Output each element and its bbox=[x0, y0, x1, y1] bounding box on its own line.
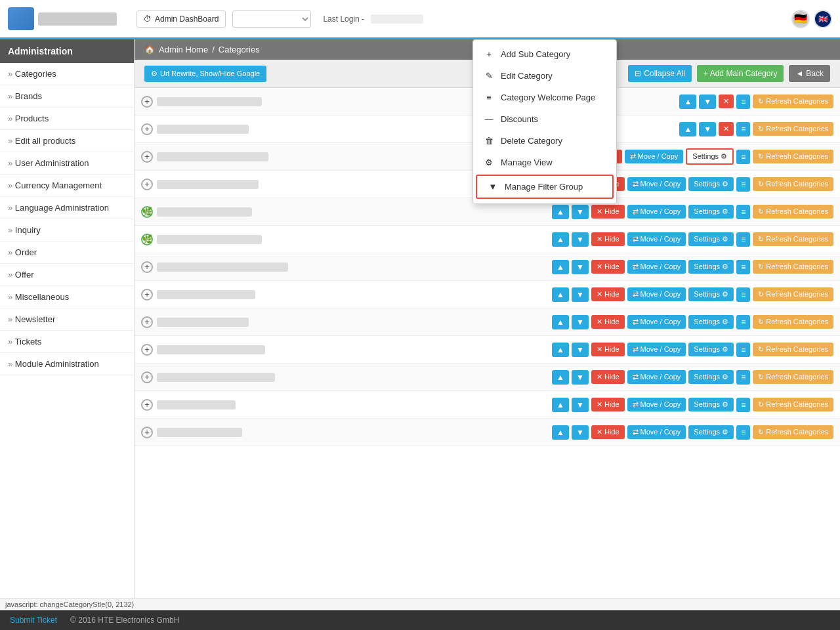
sidebar-item-tickets[interactable]: Tickets bbox=[0, 331, 134, 353]
settings-button[interactable]: Settings ⚙ bbox=[688, 370, 734, 384]
list-button[interactable]: ≡ bbox=[736, 343, 750, 357]
admin-dashboard-button[interactable]: ⏱ Admin DashBoard bbox=[136, 10, 226, 28]
settings-button[interactable]: Settings ⚙ bbox=[688, 232, 734, 246]
list-button[interactable]: ≡ bbox=[736, 398, 750, 412]
move-up-button[interactable]: ▲ bbox=[552, 205, 569, 219]
settings-button[interactable]: Settings ⚙ bbox=[688, 398, 734, 411]
sidebar-item-edit-all-products[interactable]: Edit all products bbox=[0, 130, 134, 152]
sidebar-item-newsletter[interactable]: Newsletter bbox=[0, 308, 134, 331]
move-copy-button[interactable]: ⇄ Move / Copy bbox=[627, 205, 686, 219]
refresh-categories-button[interactable]: ↻ Refresh Categories bbox=[753, 122, 833, 136]
move-down-button[interactable]: ▼ bbox=[572, 315, 589, 329]
menu-item-manage-filter-group[interactable]: ▼ Manage Filter Group bbox=[476, 175, 614, 199]
hide-button[interactable]: ✕ Hide bbox=[591, 315, 625, 329]
move-copy-button[interactable]: ⇄ Move / Copy bbox=[627, 232, 686, 246]
move-up-button[interactable]: ▲ bbox=[552, 315, 569, 329]
expand-icon[interactable]: + bbox=[141, 261, 153, 273]
hide-button[interactable]: ✕ Hide bbox=[591, 398, 625, 411]
hide-button[interactable]: ✕ Hide bbox=[591, 343, 625, 356]
expand-icon[interactable]: + bbox=[141, 371, 153, 383]
move-down-button[interactable]: ▼ bbox=[572, 370, 589, 385]
move-down-button[interactable]: ▼ bbox=[572, 232, 589, 247]
sidebar-item-currency-management[interactable]: Currency Management bbox=[0, 175, 134, 197]
move-down-button[interactable]: ▼ bbox=[699, 122, 716, 136]
settings-button[interactable]: Settings ⚙ bbox=[688, 177, 734, 191]
move-up-button[interactable]: ▲ bbox=[552, 343, 569, 357]
hide-button[interactable]: ✕ Hide bbox=[591, 425, 625, 439]
menu-item-delete-category[interactable]: 🗑 Delete Category bbox=[473, 130, 616, 152]
hide-button[interactable]: ✕ Hide bbox=[591, 260, 625, 274]
refresh-categories-button[interactable]: ↻ Refresh Categories bbox=[753, 94, 833, 108]
sidebar-item-module-administration[interactable]: Module Administration bbox=[0, 353, 134, 375]
sidebar-item-categories[interactable]: Categories bbox=[0, 63, 134, 85]
sidebar-item-offer[interactable]: Offer bbox=[0, 264, 134, 286]
menu-item-edit-category[interactable]: ✎ Edit Category bbox=[473, 65, 616, 87]
move-down-button[interactable]: ▼ bbox=[572, 343, 589, 357]
menu-item-category-welcome-page[interactable]: ≡ Category Welcome Page bbox=[473, 87, 616, 108]
settings-button[interactable]: Settings ⚙ bbox=[688, 315, 734, 329]
settings-button[interactable]: Settings ⚙ bbox=[688, 287, 734, 301]
move-copy-button[interactable]: ⇄ Move / Copy bbox=[627, 287, 686, 301]
expand-icon[interactable]: + bbox=[141, 178, 153, 190]
sidebar-item-products[interactable]: Products bbox=[0, 108, 134, 130]
list-button[interactable]: ≡ bbox=[736, 94, 750, 109]
expand-icon[interactable]: + bbox=[141, 289, 153, 301]
sidebar-item-miscellaneous[interactable]: Miscellaneous bbox=[0, 286, 134, 308]
list-button[interactable]: ≡ bbox=[736, 425, 750, 440]
move-up-button[interactable]: ▲ bbox=[552, 370, 569, 385]
list-button[interactable]: ≡ bbox=[736, 177, 750, 192]
collapse-all-button[interactable]: ⊟ Collapse All bbox=[628, 65, 692, 82]
move-copy-button[interactable]: ⇄ Move / Copy bbox=[627, 177, 686, 191]
expand-icon[interactable]: + bbox=[141, 151, 153, 163]
move-copy-button[interactable]: ⇄ Move / Copy bbox=[627, 398, 686, 411]
move-down-button[interactable]: ▼ bbox=[572, 398, 589, 412]
move-up-button[interactable]: ▲ bbox=[552, 287, 569, 302]
submit-ticket-link[interactable]: Submit Ticket bbox=[10, 616, 57, 625]
sidebar-item-language-administration[interactable]: Language Administration bbox=[0, 197, 134, 219]
back-button[interactable]: ◄ Back bbox=[789, 65, 830, 82]
list-button[interactable]: ≡ bbox=[736, 287, 750, 302]
remove-button[interactable]: ✕ bbox=[719, 122, 734, 136]
list-button[interactable]: ≡ bbox=[736, 370, 750, 385]
move-up-button[interactable]: ▲ bbox=[679, 122, 696, 136]
store-dropdown[interactable] bbox=[232, 10, 311, 28]
refresh-categories-button[interactable]: ↻ Refresh Categories bbox=[753, 343, 833, 356]
hide-button[interactable]: ✕ Hide bbox=[591, 232, 625, 246]
refresh-categories-button[interactable]: ↻ Refresh Categories bbox=[753, 315, 833, 329]
move-down-button[interactable]: ▼ bbox=[572, 260, 589, 274]
move-down-button[interactable]: ▼ bbox=[572, 205, 589, 219]
remove-button[interactable]: ✕ bbox=[719, 94, 734, 108]
move-up-button[interactable]: ▲ bbox=[552, 398, 569, 412]
sidebar-item-brands[interactable]: Brands bbox=[0, 85, 134, 108]
expand-icon-leaf[interactable]: 🌿 bbox=[141, 234, 153, 245]
menu-item-discounts[interactable]: — Discounts bbox=[473, 108, 616, 130]
list-button[interactable]: ≡ bbox=[736, 205, 750, 219]
move-copy-button[interactable]: ⇄ Move / Copy bbox=[627, 315, 686, 329]
move-down-button[interactable]: ▼ bbox=[572, 425, 589, 440]
move-copy-button[interactable]: ⇄ Move / Copy bbox=[627, 343, 686, 356]
sidebar-item-inquiry[interactable]: Inquiry bbox=[0, 219, 134, 242]
expand-icon[interactable]: + bbox=[141, 427, 153, 438]
refresh-categories-button[interactable]: ↻ Refresh Categories bbox=[753, 370, 833, 384]
settings-button[interactable]: Settings ⚙ bbox=[688, 343, 734, 356]
expand-icon[interactable]: + bbox=[141, 123, 153, 135]
menu-item-add-sub-category[interactable]: + Add Sub Category bbox=[473, 43, 616, 65]
move-up-button[interactable]: ▲ bbox=[552, 260, 569, 274]
flag-german[interactable]: 🇩🇪 bbox=[791, 10, 810, 28]
breadcrumb-home[interactable]: Admin Home bbox=[159, 45, 208, 54]
hide-button[interactable]: ✕ Hide bbox=[591, 205, 625, 219]
url-rewrite-button[interactable]: ⚙ Url Rewrite, Show/Hide Google bbox=[144, 66, 266, 82]
sidebar-item-order[interactable]: Order bbox=[0, 242, 134, 264]
move-copy-button[interactable]: ⇄ Move / Copy bbox=[627, 370, 686, 384]
flag-uk[interactable]: 🇬🇧 bbox=[814, 10, 832, 28]
settings-button[interactable]: Settings ⚙ bbox=[688, 425, 734, 439]
settings-button-highlighted[interactable]: Settings ⚙ bbox=[686, 148, 734, 165]
expand-icon-leaf[interactable]: 🌿 bbox=[141, 206, 153, 218]
list-button[interactable]: ≡ bbox=[736, 260, 750, 274]
expand-icon[interactable]: + bbox=[141, 399, 153, 411]
hide-button[interactable]: ✕ Hide bbox=[591, 287, 625, 301]
settings-button[interactable]: Settings ⚙ bbox=[688, 260, 734, 274]
move-down-button[interactable]: ▼ bbox=[699, 94, 716, 109]
move-copy-button[interactable]: ⇄ Move / Copy bbox=[625, 150, 684, 163]
refresh-categories-button[interactable]: ↻ Refresh Categories bbox=[753, 260, 833, 274]
